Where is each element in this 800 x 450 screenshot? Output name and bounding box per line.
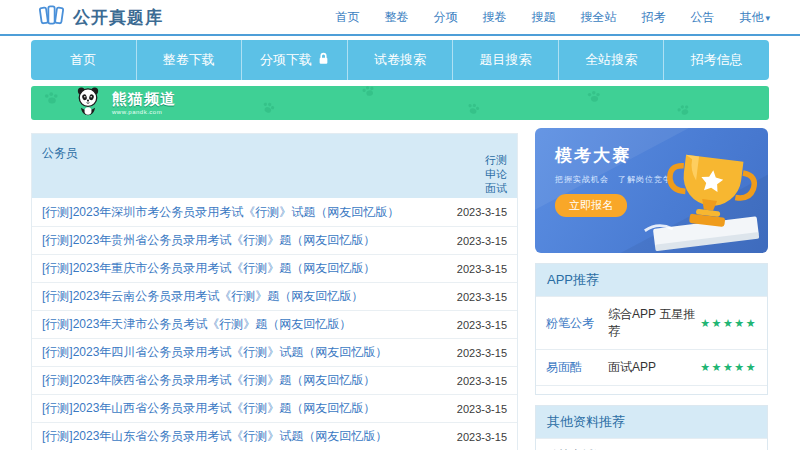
tab-recruit-info[interactable]: 招考信息 <box>664 40 769 80</box>
tab-recruit-info-label: 招考信息 <box>691 51 743 69</box>
paw-icon <box>674 100 694 120</box>
chevron-down-icon: ▾ <box>765 13 770 23</box>
item-title-link[interactable]: [行测]2023年山东省公务员录用考试《行测》试题（网友回忆版） <box>42 428 387 445</box>
nav-search-question[interactable]: 搜题 <box>531 9 555 26</box>
list-item: [行测]2023年四川省公务员录用考试《行测》试题（网友回忆版）2023-3-1… <box>32 338 517 366</box>
panda-icon <box>73 86 103 120</box>
item-date: 2023-3-15 <box>457 347 507 359</box>
tab-site-search[interactable]: 全站搜索 <box>559 40 665 80</box>
panda-channel-banner[interactable]: 熊猫频道 www.pandk.com <box>31 86 769 120</box>
nav-search-site[interactable]: 搜全站 <box>580 9 616 26</box>
app-row: 粉笔公考 综合APP 五星推荐 ★★★★★ <box>536 296 767 349</box>
other-material-link[interactable]: 粉笔直播课程 <box>536 438 767 450</box>
paw-icon <box>259 97 280 117</box>
tab-whole-paper-download-label: 整卷下载 <box>163 51 215 69</box>
content-area: 公务员 行测 申论 面试 [行测]2023年深圳市考公务员录用考试《行测》试题（… <box>31 128 769 450</box>
item-date: 2023-3-15 <box>457 235 507 247</box>
paw-icon <box>359 86 378 100</box>
main-nav: 首页 整卷下载 分项下载 试卷搜索 题目搜索 全站搜索 招考信息 <box>31 40 769 80</box>
panel-header: 公务员 行测 申论 面试 <box>32 134 517 198</box>
page: 公开真题库 首页 整卷 分项 搜卷 搜题 搜全站 招考 公告 其他▾ 首页 整卷… <box>0 0 800 450</box>
item-date: 2023-3-15 <box>457 403 507 415</box>
app-desc: 面试APP <box>608 359 700 376</box>
app-row: 易面酷 面试APP ★★★★★ <box>536 349 767 385</box>
paw-icon <box>464 99 484 119</box>
tab-home-label: 首页 <box>70 51 96 69</box>
item-date: 2023-3-15 <box>457 431 507 443</box>
item-date: 2023-3-15 <box>457 375 507 387</box>
tab-home[interactable]: 首页 <box>31 40 137 80</box>
list-item: [行测]2023年天津市公务员考试《行测》题（网友回忆版）2023-3-15 <box>32 310 517 338</box>
item-title-link[interactable]: [行测]2023年重庆市公务员录用考试《行测》题（网友回忆版） <box>42 260 375 277</box>
category-link-mianshi[interactable]: 面试 <box>485 181 507 195</box>
nav-section[interactable]: 分项 <box>433 9 457 26</box>
item-title-link[interactable]: [行测]2023年山西省公务员录用考试《行测》题（网友回忆版） <box>42 400 375 417</box>
category-link-xingce[interactable]: 行测 <box>485 153 507 167</box>
list-item: [行测]2023年云南公务员录用考试《行测》题（网友回忆版）2023-3-15 <box>32 282 517 310</box>
nav-search-paper[interactable]: 搜卷 <box>482 9 506 26</box>
app-name-link[interactable]: 粉笔公考 <box>546 315 608 332</box>
nav-other-label: 其他 <box>739 10 763 24</box>
tab-paper-search-label: 试卷搜索 <box>374 51 426 69</box>
tab-question-search[interactable]: 题目搜索 <box>453 40 559 80</box>
banner-subtext: www.pandk.com <box>112 109 176 115</box>
item-title-link[interactable]: [行测]2023年深圳市考公务员录用考试《行测》试题（网友回忆版） <box>42 204 399 221</box>
item-title-link[interactable]: [行测]2023年天津市公务员考试《行测》题（网友回忆版） <box>42 316 351 333</box>
logo-text: 公开真题库 <box>73 6 163 29</box>
list-item: [行测]2023年贵州省公务员录用考试《行测》题（网友回忆版）2023-3-15 <box>32 226 517 254</box>
books-icon <box>38 3 65 31</box>
panel-title-link[interactable]: 公务员 <box>42 146 78 160</box>
app-desc: 综合APP 五星推荐 <box>608 306 700 340</box>
item-date: 2023-3-15 <box>457 291 507 303</box>
list-item: [行测]2023年深圳市考公务员录用考试《行测》试题（网友回忆版）2023-3-… <box>32 198 517 226</box>
banner-title: 熊猫频道 <box>112 91 176 106</box>
item-date: 2023-3-15 <box>457 206 507 218</box>
nav-notice[interactable]: 公告 <box>690 9 714 26</box>
signup-button[interactable]: 立即报名 <box>555 194 627 217</box>
list-item: [行测]2023年陕西省公务员录用考试《行测》题（网友回忆版）2023-3-15 <box>32 366 517 394</box>
category-links: 行测 申论 面试 <box>485 153 507 195</box>
list-item: [行测]2023年山西省公务员录用考试《行测》题（网友回忆版）2023-3-15 <box>32 394 517 422</box>
item-title-link[interactable]: [行测]2023年四川省公务员录用考试《行测》试题（网友回忆版） <box>42 344 387 361</box>
site-header: 公开真题库 首页 整卷 分项 搜卷 搜题 搜全站 招考 公告 其他▾ <box>0 0 800 36</box>
paw-icon <box>586 88 603 104</box>
item-date: 2023-3-15 <box>457 263 507 275</box>
banner-text: 熊猫频道 www.pandk.com <box>112 91 176 115</box>
tab-whole-paper-download[interactable]: 整卷下载 <box>137 40 243 80</box>
nav-other-dropdown[interactable]: 其他▾ <box>739 9 770 26</box>
tab-question-search-label: 题目搜索 <box>480 51 532 69</box>
star-rating: ★★★★★ <box>700 317 757 330</box>
tab-site-search-label: 全站搜索 <box>585 51 637 69</box>
nav-home[interactable]: 首页 <box>335 9 359 26</box>
item-date: 2023-3-15 <box>457 319 507 331</box>
site-logo[interactable]: 公开真题库 <box>38 3 163 31</box>
list-item: [行测]2023年山东省公务员录用考试《行测》试题（网友回忆版）2023-3-1… <box>32 422 517 450</box>
exam-list: [行测]2023年深圳市考公务员录用考试《行测》试题（网友回忆版）2023-3-… <box>32 198 517 450</box>
tab-section-download-label: 分项下载 <box>260 51 312 69</box>
civil-servant-panel: 公务员 行测 申论 面试 [行测]2023年深圳市考公务员录用考试《行测》试题（… <box>31 133 518 450</box>
app-panel-title: APP推荐 <box>536 264 767 296</box>
sidebar: 模考大赛 把握实战机会 了解岗位竞争 立即报名 <box>535 128 768 450</box>
category-link-shenlun[interactable]: 申论 <box>485 167 507 181</box>
trophy-icon <box>628 145 768 253</box>
panel-footer <box>536 385 767 394</box>
other-panel-title: 其他资料推荐 <box>536 406 767 438</box>
app-name-link[interactable]: 易面酷 <box>546 359 608 376</box>
item-title-link[interactable]: [行测]2023年陕西省公务员录用考试《行测》题（网友回忆版） <box>42 372 375 389</box>
other-materials-panel: 其他资料推荐 粉笔直播课程 数资提分专辑（精选50件绝技） <box>535 405 768 450</box>
lock-icon <box>318 52 329 68</box>
nav-whole-paper[interactable]: 整卷 <box>384 9 408 26</box>
star-rating: ★★★★★ <box>700 361 757 374</box>
list-item: [行测]2023年重庆市公务员录用考试《行测》题（网友回忆版）2023-3-15 <box>32 254 517 282</box>
paw-icon <box>43 89 61 106</box>
tab-paper-search[interactable]: 试卷搜索 <box>348 40 454 80</box>
tab-section-download[interactable]: 分项下载 <box>242 40 348 80</box>
item-title-link[interactable]: [行测]2023年云南公务员录用考试《行测》题（网友回忆版） <box>42 288 363 305</box>
top-nav: 首页 整卷 分项 搜卷 搜题 搜全站 招考 公告 其他▾ <box>335 9 770 26</box>
nav-recruit[interactable]: 招考 <box>641 9 665 26</box>
item-title-link[interactable]: [行测]2023年贵州省公务员录用考试《行测》题（网友回忆版） <box>42 232 375 249</box>
mock-exam-promo-card[interactable]: 模考大赛 把握实战机会 了解岗位竞争 立即报名 <box>535 128 768 253</box>
app-panel: APP推荐 粉笔公考 综合APP 五星推荐 ★★★★★ 易面酷 面试APP ★★… <box>535 263 768 395</box>
